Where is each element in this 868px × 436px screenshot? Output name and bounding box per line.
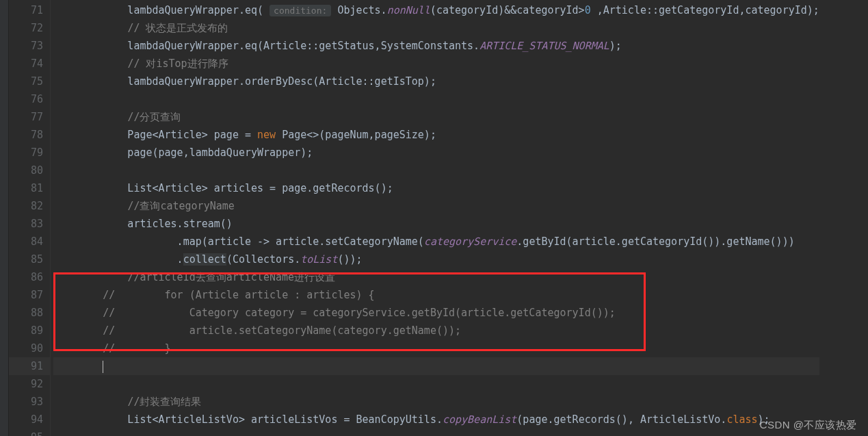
- code-line[interactable]: // Category category = categoryService.g…: [53, 304, 819, 322]
- line-number: 82: [9, 197, 50, 215]
- line-number: 90: [9, 339, 50, 357]
- line-number-gutter: 7172737475767778798081828384858687888990…: [9, 0, 51, 436]
- code-line[interactable]: //封装查询结果: [53, 393, 819, 411]
- code-line[interactable]: List<ArticleListVo> articleListVos = Bea…: [53, 411, 819, 428]
- code-line[interactable]: .collect(Collectors.toList());: [53, 251, 819, 268]
- line-number: 93: [9, 393, 50, 411]
- code-line[interactable]: [53, 375, 819, 393]
- line-number: 73: [9, 37, 50, 55]
- code-line[interactable]: // 对isTop进行降序: [53, 55, 819, 73]
- code-line[interactable]: lambdaQueryWrapper.eq(Article::getStatus…: [53, 37, 819, 55]
- code-area[interactable]: lambdaQueryWrapper.eq( condition: Object…: [51, 0, 819, 436]
- line-number: 95: [9, 428, 50, 436]
- line-number: 92: [9, 375, 50, 393]
- code-line[interactable]: lambdaQueryWrapper.eq( condition: Object…: [53, 1, 819, 19]
- line-number: 88: [9, 304, 50, 322]
- code-line[interactable]: //articleId去查询articleName进行设置: [53, 268, 819, 286]
- line-number: 86: [9, 268, 50, 286]
- code-line[interactable]: articles.stream(): [53, 215, 819, 233]
- code-line[interactable]: lambdaQueryWrapper.orderByDesc(Article::…: [53, 73, 819, 90]
- code-line[interactable]: //查询categoryName: [53, 197, 819, 215]
- line-number: 79: [9, 144, 50, 162]
- editor-edge-stripe: [0, 0, 9, 436]
- line-number: 76: [9, 90, 50, 108]
- code-line[interactable]: // }: [53, 339, 819, 357]
- code-line[interactable]: [53, 90, 819, 108]
- line-number: 77: [9, 108, 50, 126]
- code-line[interactable]: [53, 162, 819, 179]
- line-number: 72: [9, 19, 50, 37]
- code-line[interactable]: List<Article> articles = page.getRecords…: [53, 179, 819, 197]
- watermark-text: CSDN @不应该热爱: [760, 419, 857, 432]
- line-number: 89: [9, 322, 50, 339]
- line-number: 74: [9, 55, 50, 73]
- line-number: 94: [9, 411, 50, 428]
- line-number: 80: [9, 162, 50, 179]
- code-line[interactable]: // for (Article article : articles) {: [53, 286, 819, 304]
- code-line[interactable]: Page<Article> page = new Page<>(pageNum,…: [53, 126, 819, 144]
- code-line[interactable]: [53, 428, 819, 436]
- code-editor[interactable]: 7172737475767778798081828384858687888990…: [0, 0, 868, 436]
- line-number: 81: [9, 179, 50, 197]
- line-number: 71: [9, 1, 50, 19]
- line-number: 78: [9, 126, 50, 144]
- line-number: 84: [9, 233, 50, 251]
- line-number: 91: [9, 357, 50, 375]
- code-line[interactable]: //分页查询: [53, 108, 819, 126]
- code-line[interactable]: // 状态是正式发布的: [53, 19, 819, 37]
- code-line[interactable]: [53, 357, 819, 375]
- line-number: 83: [9, 215, 50, 233]
- code-line[interactable]: .map(article -> article.setCategoryName(…: [53, 233, 819, 251]
- code-line[interactable]: // article.setCategoryName(category.getN…: [53, 322, 819, 339]
- line-number: 87: [9, 286, 50, 304]
- line-number: 75: [9, 73, 50, 90]
- line-number: 85: [9, 251, 50, 268]
- code-line[interactable]: page(page,lambdaQueryWrapper);: [53, 144, 819, 162]
